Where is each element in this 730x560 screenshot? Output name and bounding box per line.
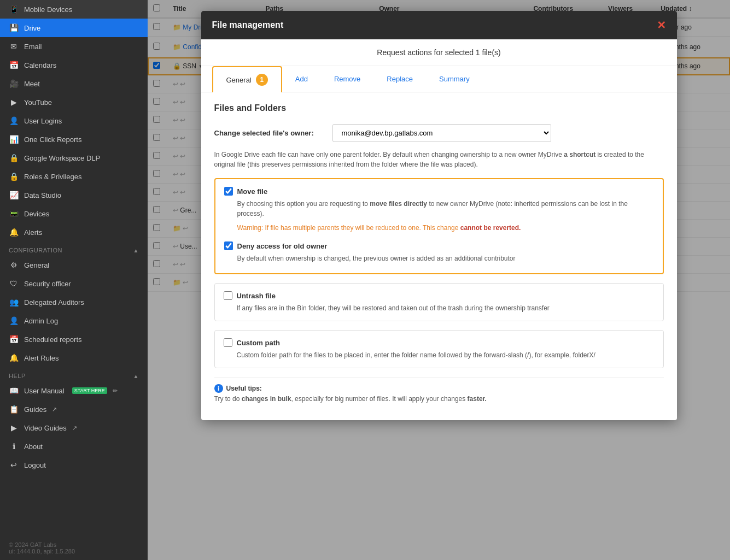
main-area: Title Paths Owner Contributors Viewers U…	[148, 0, 730, 560]
move-desc-1: By choosing this option you are requesti…	[237, 200, 370, 208]
footer-copyright: © 2024 GAT Labs	[9, 541, 139, 548]
user-logins-icon: 👤	[9, 116, 19, 125]
sidebar-item-about[interactable]: ℹ About	[0, 437, 148, 456]
sidebar-item-video-guides[interactable]: ▶ Video Guides ↗	[0, 418, 148, 437]
sidebar-item-admin-log[interactable]: 👤 Admin Log	[0, 311, 148, 330]
sidebar-item-user-manual[interactable]: 📖 User Manual START HERE ✏	[0, 381, 148, 400]
sidebar-item-roles-privileges[interactable]: 🔒 Roles & Privileges	[0, 167, 148, 186]
tab-add[interactable]: Add	[282, 66, 321, 92]
sidebar-item-mobile-devices[interactable]: 📱 Mobile Devices	[0, 0, 148, 19]
untrash-row: Untrash file	[224, 291, 655, 300]
sidebar: 📱 Mobile Devices 💾 Drive ✉ Email 📅 Calen…	[0, 0, 148, 560]
sidebar-item-alerts[interactable]: 🔔 Alerts	[0, 223, 148, 241]
untrash-description: If any files are in the Bin folder, they…	[237, 303, 655, 313]
sidebar-item-calendars[interactable]: 📅 Calendars	[0, 56, 148, 74]
move-file-checkbox[interactable]	[224, 187, 233, 196]
modal-subheader: Request actions for selected 1 file(s)	[201, 39, 677, 66]
tab-replace[interactable]: Replace	[373, 66, 426, 92]
youtube-icon: ▶	[9, 98, 19, 107]
modal-subheader-text: Request actions for selected 1 file(s)	[377, 48, 500, 57]
tab-summary[interactable]: Summary	[426, 66, 483, 92]
modal-tabs: General 1 Add Remove Replace Summary	[201, 66, 677, 92]
sidebar-item-email[interactable]: ✉ Email	[0, 37, 148, 56]
deny-access-checkbox[interactable]	[224, 241, 233, 250]
tips-title: i Useful tips:	[214, 384, 664, 393]
owner-desc-text1: In Google Drive each file can have only …	[214, 151, 564, 158]
tab-general-label: General	[226, 76, 252, 84]
tab-summary-label: Summary	[439, 75, 470, 83]
user-manual-external-icon: ✏	[113, 387, 118, 394]
modal-body: Files and Folders Change selected file's…	[201, 92, 677, 420]
tips-title-text: Useful tips:	[226, 385, 262, 392]
dlp-icon: 🔒	[9, 154, 19, 162]
modal-header: File management ✕	[201, 11, 677, 39]
deny-access-item: Deny access for old owner By default whe…	[224, 241, 654, 263]
owner-form-row: Change selected file's owner: monika@dev…	[214, 124, 664, 142]
useful-tips: i Useful tips: Try to do changes in bulk…	[214, 377, 664, 409]
sidebar-item-youtube[interactable]: ▶ YouTube	[0, 93, 148, 111]
start-here-badge: START HERE	[72, 387, 107, 394]
tab-replace-label: Replace	[387, 75, 413, 83]
sidebar-item-meet[interactable]: 🎥 Meet	[0, 74, 148, 93]
owner-description: In Google Drive each file can have only …	[214, 150, 664, 169]
sidebar-item-general[interactable]: ⚙ General	[0, 256, 148, 274]
sidebar-item-drive[interactable]: 💾 Drive	[0, 19, 148, 37]
user-manual-icon: 📖	[9, 386, 19, 395]
warning-bold: cannot be reverted.	[460, 224, 521, 232]
deny-access-label: Deny access for old owner	[237, 242, 328, 250]
move-file-item: Move file By choosing this option you ar…	[224, 187, 654, 233]
warning-text-1: Warning: If file has multiple parents th…	[237, 224, 460, 232]
sidebar-item-user-logins[interactable]: 👤 User Logins	[0, 111, 148, 130]
modal-title: File management	[212, 20, 284, 30]
tips-bold-1: changes in bulk	[242, 395, 291, 403]
footer: © 2024 GAT Labs ui: 1444.0.0, api: 1.5.2…	[0, 536, 148, 560]
tab-remove[interactable]: Remove	[321, 66, 373, 92]
guides-icon: 📋	[9, 405, 19, 414]
sidebar-item-security-officer[interactable]: 🛡 Security officer	[0, 274, 148, 293]
tab-remove-label: Remove	[334, 75, 360, 83]
custom-path-checkbox[interactable]	[224, 338, 232, 347]
tips-icon: i	[214, 384, 223, 393]
sidebar-item-one-click-reports[interactable]: 📊 One Click Reports	[0, 130, 148, 149]
sidebar-item-alert-rules[interactable]: 🔔 Alert Rules	[0, 349, 148, 367]
untrash-group: Untrash file If any files are in the Bin…	[214, 283, 664, 321]
sidebar-item-guides[interactable]: 📋 Guides ↗	[0, 400, 148, 418]
owner-select[interactable]: monika@dev.bp.gatlabs.com	[332, 124, 551, 142]
move-deny-group: Move file By choosing this option you ar…	[214, 178, 664, 274]
config-section-label: CONFIGURATION ▲	[0, 241, 148, 256]
general-icon: ⚙	[9, 261, 19, 269]
drive-icon: 💾	[9, 23, 19, 32]
owner-desc-bold: a shortcut	[564, 151, 595, 158]
sidebar-item-data-studio[interactable]: 📈 Data Studio	[0, 186, 148, 204]
move-desc-bold: move files directly	[370, 200, 427, 208]
sidebar-item-scheduled-reports[interactable]: 📅 Scheduled reports	[0, 330, 148, 349]
sidebar-item-logout[interactable]: ↩ Logout	[0, 456, 148, 474]
untrash-checkbox[interactable]	[224, 291, 232, 300]
tab-general[interactable]: General 1	[212, 66, 282, 92]
modal-overlay: File management ✕ Request actions for se…	[148, 0, 730, 560]
custom-path-label: Custom path	[237, 339, 280, 347]
about-icon: ℹ	[9, 442, 19, 451]
tips-body: Try to do changes in bulk, especially fo…	[214, 395, 664, 403]
owner-label: Change selected file's owner:	[214, 129, 324, 137]
logout-icon: ↩	[9, 461, 19, 469]
meet-icon: 🎥	[9, 79, 19, 88]
move-file-warning: Warning: If file has multiple parents th…	[237, 223, 654, 233]
sidebar-item-delegated-auditors[interactable]: 👥 Delegated Auditors	[0, 293, 148, 311]
guides-external-icon: ↗	[52, 406, 57, 413]
alert-rules-icon: 🔔	[9, 353, 19, 362]
sidebar-item-google-workspace-dlp[interactable]: 🔒 Google Workspace DLP	[0, 149, 148, 167]
file-management-modal: File management ✕ Request actions for se…	[201, 11, 677, 420]
data-studio-icon: 📈	[9, 191, 19, 199]
tab-general-badge: 1	[256, 74, 268, 86]
custom-path-group: Custom path Custom folder path for the f…	[214, 330, 664, 368]
sidebar-item-devices[interactable]: 📟 Devices	[0, 204, 148, 223]
tab-add-label: Add	[295, 75, 308, 83]
custom-path-row: Custom path	[224, 338, 655, 347]
one-click-reports-icon: 📊	[9, 135, 19, 144]
video-guides-icon: ▶	[9, 423, 19, 432]
scheduled-reports-icon: 📅	[9, 335, 19, 344]
move-file-description: By choosing this option you are requesti…	[237, 199, 654, 219]
modal-close-button[interactable]: ✕	[657, 19, 666, 32]
move-file-row: Move file	[224, 187, 654, 196]
